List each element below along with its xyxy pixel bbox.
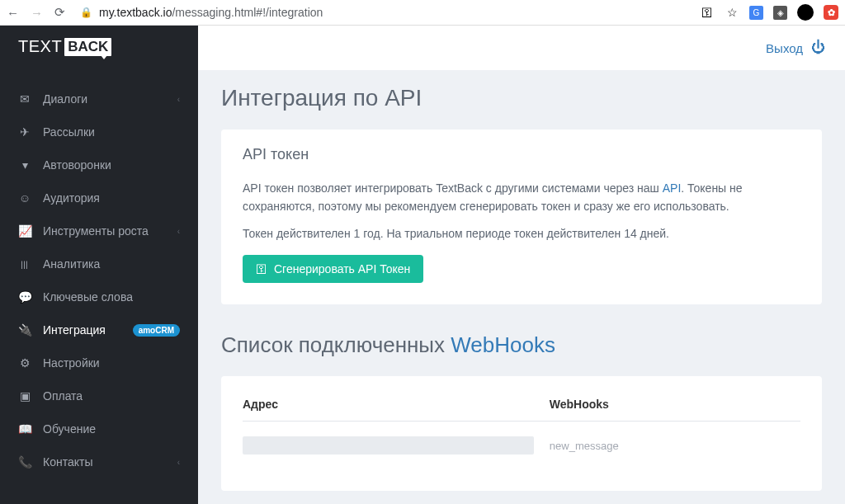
table-row: new_message [243,422,800,470]
sidebar-item-audience[interactable]: ☺ Аудитория [0,181,198,214]
logout-link[interactable]: Выход [766,41,803,55]
sidebar-item-contacts[interactable]: 📞 Контакты ‹ [0,445,198,478]
page-title: Интеграция по API [221,85,822,111]
star-icon[interactable]: ☆ [725,5,739,20]
sidebar-item-dialogs[interactable]: ✉ Диалоги ‹ [0,82,198,115]
card-title: API токен [243,146,800,163]
phone-icon: 📞 [18,455,31,469]
topbar: Выход ⏻ [198,26,845,70]
col-address: Адрес [243,398,550,422]
url-domain: my.textback.io [99,6,172,19]
plug-icon: 🔌 [18,323,31,337]
api-token-card: API токен API токен позволяет интегриров… [221,130,822,304]
generate-token-button[interactable]: ⚿ Сгенерировать API Токен [243,255,423,283]
book-icon: 📖 [18,422,31,436]
gear-icon: ⚙ [18,356,31,370]
sidebar-item-growth[interactable]: 📈 Инструменты роста ‹ [0,214,198,247]
sidebar-item-analytics[interactable]: ⫼ Аналитика [0,247,198,280]
send-icon: ✈ [18,125,31,139]
reload-icon[interactable]: ⟳ [54,5,65,20]
webhooks-table: Адрес WebHooks new_message [243,398,800,469]
ext-icon[interactable]: ◈ [773,6,787,20]
envelope-icon: ✉ [18,92,31,106]
webhooks-title: Список подключенных WebHooks [221,332,822,358]
webhook-type: new_message [550,422,800,470]
power-icon[interactable]: ⏻ [811,40,825,56]
filter-icon: ▾ [18,158,31,172]
sidebar-item-campaigns[interactable]: ✈ Рассылки [0,115,198,148]
sidebar-item-training[interactable]: 📖 Обучение [0,412,198,445]
url-bar[interactable]: 🔒 my.textback.io/messaging.html#!/integr… [73,6,692,19]
sidebar: TEXT BACK ✉ Диалоги ‹ ✈ Рассылки ▾ Автов… [0,26,198,504]
redacted-address [243,436,534,455]
browser-nav: ← → ⟳ [7,5,65,20]
back-icon[interactable]: ← [7,6,19,20]
sidebar-item-keywords[interactable]: 💬 Ключевые слова [0,280,198,313]
user-icon: ☺ [18,191,31,205]
lock-icon: 🔒 [80,7,92,18]
token-validity: Токен действителен 1 год. На триальном п… [243,227,800,240]
logo[interactable]: TEXT BACK [0,26,198,68]
translate-icon[interactable]: G [749,6,763,20]
key-icon: ⚿ [256,262,267,276]
profile-avatar[interactable] [797,4,814,21]
forward-icon[interactable]: → [31,6,43,20]
amocrm-badge: amoCRM [133,324,180,337]
chat-icon: 💬 [18,290,31,304]
card-icon: ▣ [18,389,31,403]
chevron-left-icon: ‹ [177,227,180,236]
col-webhooks: WebHooks [550,398,800,422]
sidebar-item-funnels[interactable]: ▾ Автоворонки [0,148,198,181]
webhooks-link[interactable]: WebHooks [451,332,555,357]
sidebar-item-integration[interactable]: 🔌 Интеграция amoCRM [0,313,198,346]
webhooks-table-card: Адрес WebHooks new_message [221,376,822,491]
sidebar-nav: ✉ Диалоги ‹ ✈ Рассылки ▾ Автоворонки ☺ А… [0,68,198,478]
key-icon[interactable]: ⚿ [700,5,715,20]
bars-icon: ⫼ [18,257,31,271]
chevron-left-icon: ‹ [177,95,180,104]
url-path: /messaging.html#!/integration [172,6,323,19]
main-content: Выход ⏻ Интеграция по API API токен API … [198,26,845,504]
sidebar-item-payment[interactable]: ▣ Оплата [0,379,198,412]
browser-bar: ← → ⟳ 🔒 my.textback.io/messaging.html#!/… [0,0,845,26]
token-description: API токен позволяет интегрировать TextBa… [243,180,800,215]
sidebar-item-settings[interactable]: ⚙ Настройки [0,346,198,379]
browser-icons: ⚿ ☆ G ◈ ✿ [700,4,838,21]
growth-icon: 📈 [18,224,31,238]
api-link[interactable]: API [663,181,682,195]
chevron-left-icon: ‹ [177,458,180,467]
ext-badge[interactable]: ✿ [824,5,838,20]
